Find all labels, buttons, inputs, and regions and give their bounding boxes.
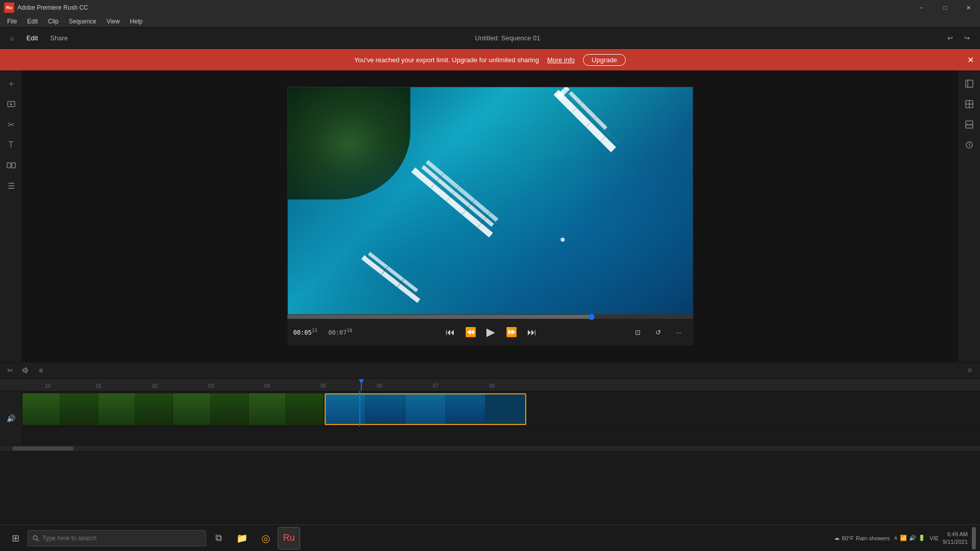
sidebar-transitions-icon[interactable] [2,156,20,174]
sidebar-titles-icon[interactable]: T [2,136,20,154]
system-icons: ∧ 📶 🔊 🔋 [894,535,925,541]
svg-line-14 [424,165,502,230]
go-to-end-button[interactable]: ⏭ [524,324,540,340]
loop-button[interactable]: ↺ [650,324,667,340]
menu-edit[interactable]: Edit [22,15,43,27]
time-display: 00:0523 00:0710 [293,328,353,336]
svg-line-21 [366,257,422,300]
ruler-playhead [361,379,362,391]
scrollbar-thumb[interactable] [12,446,74,450]
menu-file[interactable]: File [2,15,22,27]
search-input[interactable] [42,535,202,542]
menu-sequence[interactable]: Sequence [64,15,102,27]
timeline-list-view[interactable]: ≡ [35,364,47,377]
clock-display[interactable]: 6:49 AM 9/11/2021 [943,531,968,545]
timeline-area: ✂ ≡ = 10 01 02 03 04 05 06 07 08 🔊 [0,362,980,451]
home-button[interactable]: ⌂ [6,32,18,44]
svg-rect-2 [12,163,15,168]
task-view-button[interactable]: ⧉ [207,527,230,549]
scrubber-head[interactable] [589,314,595,320]
file-explorer-button[interactable]: 📁 [231,527,253,549]
svg-rect-11 [421,165,494,227]
svg-rect-20 [368,252,418,292]
sidebar-settings-icon[interactable]: ☰ [2,177,20,195]
show-desktop-button[interactable] [972,527,976,549]
clip-frame-2 [60,393,98,425]
window-controls: − □ ✕ [910,0,980,15]
weather-desc: Rain showers [856,535,890,541]
svg-point-32 [33,536,37,540]
ruler-mark-7: 07 [433,383,438,389]
timeline-left-panel: 🔊 [0,391,22,445]
sound-icon[interactable]: 🔊 [909,535,916,541]
start-button[interactable]: ⊞ [4,527,27,549]
search-bar[interactable] [28,530,206,546]
timeline-audio-icon[interactable]: 🔊 [5,412,17,424]
menu-clip[interactable]: Clip [43,15,64,27]
clip-green[interactable] [22,393,324,425]
right-icon-1[interactable] [960,74,978,93]
right-icon-2[interactable] [960,95,978,113]
clip-blue[interactable] [325,393,526,425]
menu-bar: File Edit Clip Sequence View Help [0,15,980,28]
chrome-button[interactable]: ◎ [254,527,277,549]
clock-date: 9/11/2021 [943,538,968,545]
language-indicator[interactable]: VIE [929,535,939,541]
step-back-button[interactable]: ⏪ [462,324,479,340]
play-pause-button[interactable]: ▶ [483,324,499,340]
temperature: 80°F [842,535,853,541]
svg-rect-3 [553,90,616,152]
battery-icon[interactable]: 🔋 [918,535,925,541]
weather-info: ☁ 80°F Rain showers [834,535,890,541]
right-sidebar [958,70,980,362]
total-time: 00:07 [328,329,347,336]
toolbar-right: ↩ ↪ [943,32,974,44]
main-layout: ＋ ✂ T ☰ [0,70,980,362]
sidebar-media-icon[interactable] [2,95,20,113]
sidebar-cut-icon[interactable]: ✂ [2,115,20,134]
ruler-mark-3: 03 [208,383,214,389]
ruler-mark-6: 06 [377,383,382,389]
timeline-content: 🔊 [0,391,980,445]
maximize-button[interactable]: □ [933,0,957,15]
premiere-rush-button[interactable]: Ru [278,527,300,549]
playback-controls: 00:0523 00:0710 ⏮ ⏪ ▶ ⏩ ⏭ ⊡ ↺ ··· [287,319,693,345]
timeline-top-bar: ✂ ≡ = [0,362,980,379]
search-icon [32,535,39,542]
menu-help[interactable]: Help [125,15,148,27]
scrubber-bar[interactable] [287,315,693,319]
timeline-audio-toggle[interactable] [19,364,32,377]
ruler-mark-5: 05 [321,383,326,389]
right-icon-4[interactable] [960,136,978,154]
minimize-button[interactable]: − [910,0,933,15]
timeline-playhead [359,391,360,427]
timeline-scrollbar[interactable] [0,445,980,451]
close-button[interactable]: ✕ [957,0,980,15]
fit-to-frame-button[interactable]: ⊡ [630,324,646,340]
svg-rect-10 [411,167,493,237]
redo-button[interactable]: ↪ [960,32,974,44]
ruler-mark-0: 10 [45,383,51,389]
upgrade-button[interactable]: Upgrade [583,54,626,66]
timeline-cut-tool[interactable]: ✂ [4,364,16,377]
more-options-button[interactable]: ··· [671,324,687,340]
svg-rect-25 [966,80,973,87]
right-icon-3[interactable] [960,115,978,134]
step-forward-button[interactable]: ⏩ [503,324,520,340]
chevron-up-icon[interactable]: ∧ [894,535,898,541]
more-info-link[interactable]: More info [547,56,575,64]
timeline-zoom[interactable]: = [964,364,976,377]
video-preview[interactable] [287,87,693,315]
clip-blue-frame-4 [446,394,485,424]
video-track [22,391,980,427]
sidebar-add-icon[interactable]: ＋ [2,74,20,93]
go-to-start-button[interactable]: ⏮ [442,324,458,340]
menu-view[interactable]: View [102,15,125,27]
notification-close-button[interactable]: ✕ [967,55,974,65]
network-icon[interactable]: 📶 [900,535,907,541]
edit-button[interactable]: Edit [22,32,42,44]
undo-button[interactable]: ↩ [943,32,957,44]
share-button[interactable]: Share [46,32,72,44]
ruler-mark-2: 02 [152,383,158,389]
clip-frame-5 [173,393,211,425]
